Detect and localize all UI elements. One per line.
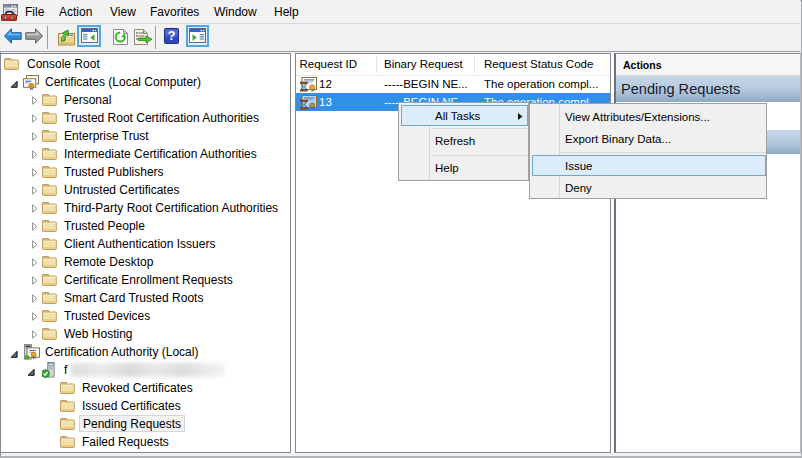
svg-text:?: ?	[168, 29, 176, 43]
